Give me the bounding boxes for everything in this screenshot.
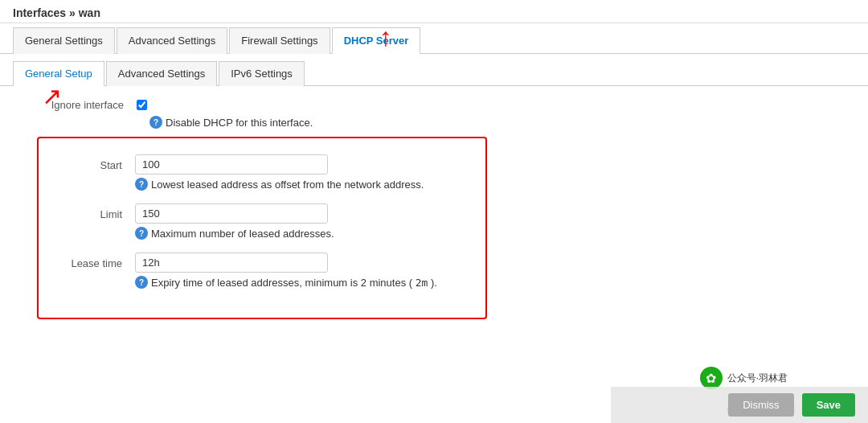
limit-input[interactable] xyxy=(135,203,328,224)
start-row: Start ? Lowest leased address as offset … xyxy=(55,154,461,199)
ignore-interface-row: Ignore interface xyxy=(24,99,844,111)
limit-row: Limit ? Maximum number of leased address… xyxy=(55,203,461,248)
help-icon-start: ? xyxy=(135,178,148,191)
watermark-label: 公众号·羽林君 xyxy=(727,372,788,385)
lease-time-field-col: ? Expiry time of leased addresses, minim… xyxy=(135,253,437,297)
start-help: ? Lowest leased address as offset from t… xyxy=(135,178,424,191)
sub-tabs: General Setup Advanced Settings IPv6 Set… xyxy=(0,60,868,86)
bottom-bar: Dismiss Save xyxy=(611,387,868,423)
start-help-text: Lowest leased address as offset from the… xyxy=(151,179,424,191)
lease-time-row: Lease time ? Expiry time of leased addre… xyxy=(55,253,461,297)
help-icon-lease: ? xyxy=(135,276,148,289)
content-area: Ignore interface ? Disable DHCP for this… xyxy=(0,86,868,332)
breadcrumb: Interfaces » wan xyxy=(0,0,868,23)
top-tabs: General Settings Advanced Settings Firew… xyxy=(0,27,868,54)
sub-tab-ipv6-settings[interactable]: IPv6 Settings xyxy=(219,61,305,86)
limit-help: ? Maximum number of leased addresses. xyxy=(135,227,334,240)
lease-time-label: Lease time xyxy=(55,253,135,269)
ignore-interface-help-text: Disable DHCP for this interface. xyxy=(166,117,313,129)
sub-tab-advanced-settings[interactable]: Advanced Settings xyxy=(106,61,217,86)
tab-firewall-settings[interactable]: Firewall Settings xyxy=(229,27,330,54)
ignore-interface-checkbox[interactable] xyxy=(137,100,147,110)
page-wrapper: Interfaces » wan General Settings Advanc… xyxy=(0,0,868,423)
start-field-col: ? Lowest leased address as offset from t… xyxy=(135,154,424,199)
lease-time-help: ? Expiry time of leased addresses, minim… xyxy=(135,276,437,289)
limit-field-col: ? Maximum number of leased addresses. xyxy=(135,203,334,248)
wechat-icon: ✿ xyxy=(700,367,723,389)
limit-label: Limit xyxy=(55,203,135,220)
ignore-interface-label: Ignore interface xyxy=(24,99,137,111)
limit-help-text: Maximum number of leased addresses. xyxy=(151,228,334,240)
ignore-interface-value xyxy=(137,100,147,110)
lease-time-help-text: Expiry time of leased addresses, minimum… xyxy=(151,277,437,289)
start-label: Start xyxy=(55,154,135,171)
dhcp-settings-box: Start ? Lowest leased address as offset … xyxy=(37,137,487,319)
tab-advanced-settings[interactable]: Advanced Settings xyxy=(117,27,227,54)
sub-tab-general-setup[interactable]: General Setup xyxy=(13,61,104,86)
help-icon-limit: ? xyxy=(135,227,148,240)
help-icon-ignore: ? xyxy=(149,116,162,129)
lease-time-input[interactable] xyxy=(135,253,328,273)
dismiss-button[interactable]: Dismiss xyxy=(728,393,794,417)
save-button[interactable]: Save xyxy=(802,393,855,417)
tab-general-settings[interactable]: General Settings xyxy=(13,27,115,54)
tab-dhcp-server[interactable]: DHCP Server xyxy=(332,27,421,54)
ignore-interface-help: ? Disable DHCP for this interface. xyxy=(149,116,844,129)
start-input[interactable] xyxy=(135,154,328,175)
